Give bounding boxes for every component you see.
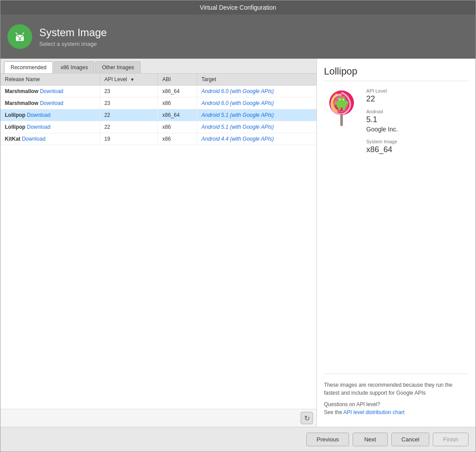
- col-api-level[interactable]: API Level ▼: [100, 74, 158, 86]
- svg-rect-10: [338, 97, 345, 103]
- recommendation-text: These images are recommended because the…: [324, 381, 469, 397]
- main-window: Virtual Device Configuration A System Im…: [0, 0, 476, 452]
- svg-point-11: [339, 99, 340, 101]
- api-distribution-link[interactable]: API level distribution chart: [343, 409, 405, 415]
- cell-release-name: Marshmallow Download: [0, 97, 100, 109]
- table-body: Marshmallow Download23x86_64Android 6.0 …: [0, 86, 316, 145]
- refresh-icon: ↻: [304, 414, 310, 422]
- cell-api-level: 23: [100, 86, 158, 97]
- bottom-bar: Previous Next Cancel Finish: [0, 427, 476, 452]
- download-link[interactable]: Download: [27, 112, 50, 118]
- tab-other-images[interactable]: Other Images: [95, 61, 141, 73]
- cell-api-level: 22: [100, 109, 158, 121]
- window-title: Virtual Device Configuration: [200, 4, 276, 11]
- tab-recommended[interactable]: Recommended: [4, 61, 53, 73]
- cell-target: Android 5.1 (with Google APIs): [197, 109, 316, 121]
- system-image-label: System Image: [366, 139, 469, 144]
- download-link[interactable]: Download: [22, 136, 45, 142]
- cell-abi: x86_64: [158, 109, 197, 121]
- cell-target: Android 6.0 (with Google APIs): [197, 97, 316, 109]
- title-bar: Virtual Device Configuration: [0, 0, 476, 15]
- svg-rect-16: [346, 101, 348, 105]
- api-level-label: API Level: [366, 88, 469, 93]
- detail-footer: These images are recommended because the…: [324, 374, 469, 420]
- table-row[interactable]: Marshmallow Download23x86Android 6.0 (wi…: [0, 97, 316, 109]
- svg-text:A: A: [18, 37, 21, 41]
- header: A System Image Select a system image: [0, 15, 476, 59]
- svg-rect-8: [340, 114, 343, 126]
- cell-target: Android 5.1 (with Google APIs): [197, 121, 316, 133]
- cell-release-name: Lollipop Download: [0, 121, 100, 133]
- api-question: Questions on API level? See the API leve…: [324, 400, 469, 416]
- lollipop-image: [324, 88, 359, 128]
- col-release-name: Release Name: [0, 74, 100, 86]
- col-target: Target: [197, 74, 316, 86]
- table-row[interactable]: Marshmallow Download23x86_64Android 6.0 …: [0, 86, 316, 97]
- left-panel: Recommended x86 Images Other Images Rele…: [0, 59, 317, 427]
- cell-target: Android 4.4 (with Google APIs): [197, 133, 316, 145]
- cell-api-level: 23: [100, 97, 158, 109]
- system-image-table-container[interactable]: Release Name API Level ▼ ABI Target: [0, 74, 316, 409]
- cell-abi: x86: [158, 97, 197, 109]
- cell-release-name: KitKat Download: [0, 133, 100, 145]
- cell-abi: x86_64: [158, 86, 197, 97]
- api-level-value: 22: [366, 94, 469, 104]
- download-link[interactable]: Download: [27, 124, 50, 130]
- cell-release-name: Lollipop Download: [0, 109, 100, 121]
- finish-button[interactable]: Finish: [433, 433, 469, 446]
- svg-rect-15: [335, 101, 337, 105]
- svg-point-12: [342, 99, 344, 101]
- download-link[interactable]: Download: [40, 88, 63, 94]
- page-subtitle: Select a system image: [39, 41, 107, 47]
- next-button[interactable]: Next: [353, 433, 388, 446]
- table-row[interactable]: Lollipop Download22x86Android 5.1 (with …: [0, 121, 316, 133]
- cell-target: Android 6.0 (with Google APIs): [197, 86, 316, 97]
- system-image-table: Release Name API Level ▼ ABI Target: [0, 74, 316, 145]
- tab-bar: Recommended x86 Images Other Images: [0, 59, 316, 74]
- table-footer: ↻: [0, 409, 316, 427]
- sort-icon: ▼: [130, 77, 134, 82]
- refresh-button[interactable]: ↻: [301, 412, 313, 424]
- detail-title: Lollipop: [324, 66, 469, 81]
- table-header-row: Release Name API Level ▼ ABI Target: [0, 74, 316, 86]
- detail-info: API Level 22 Android 5.1 Google Inc. Sys…: [366, 88, 469, 160]
- cell-abi: x86: [158, 133, 197, 145]
- tab-x86-images[interactable]: x86 Images: [54, 61, 94, 73]
- cell-abi: x86: [158, 121, 197, 133]
- svg-rect-17: [338, 107, 341, 110]
- cell-release-name: Marshmallow Download: [0, 86, 100, 97]
- app-logo: A: [7, 24, 32, 49]
- content-area: Recommended x86 Images Other Images Rele…: [0, 59, 476, 427]
- previous-button[interactable]: Previous: [306, 433, 349, 446]
- cell-api-level: 22: [100, 121, 158, 133]
- table-row[interactable]: KitKat Download19x86Android 4.4 (with Go…: [0, 133, 316, 145]
- android-version-value: 5.1 Google Inc.: [366, 115, 469, 134]
- svg-rect-2: [22, 38, 23, 41]
- right-panel: Lollipop: [317, 59, 476, 427]
- cell-api-level: 19: [100, 133, 158, 145]
- detail-content: API Level 22 Android 5.1 Google Inc. Sys…: [324, 88, 469, 160]
- svg-rect-18: [342, 107, 345, 110]
- android-label: Android: [366, 109, 469, 114]
- header-text: System Image Select a system image: [39, 26, 107, 47]
- download-link[interactable]: Download: [40, 100, 63, 106]
- system-image-value: x86_64: [366, 145, 469, 154]
- col-abi: ABI: [158, 74, 197, 86]
- table-row[interactable]: Lollipop Download22x86_64Android 5.1 (wi…: [0, 109, 316, 121]
- cancel-button[interactable]: Cancel: [391, 433, 429, 446]
- page-title: System Image: [39, 26, 107, 39]
- vendor-value: Google Inc.: [366, 126, 398, 133]
